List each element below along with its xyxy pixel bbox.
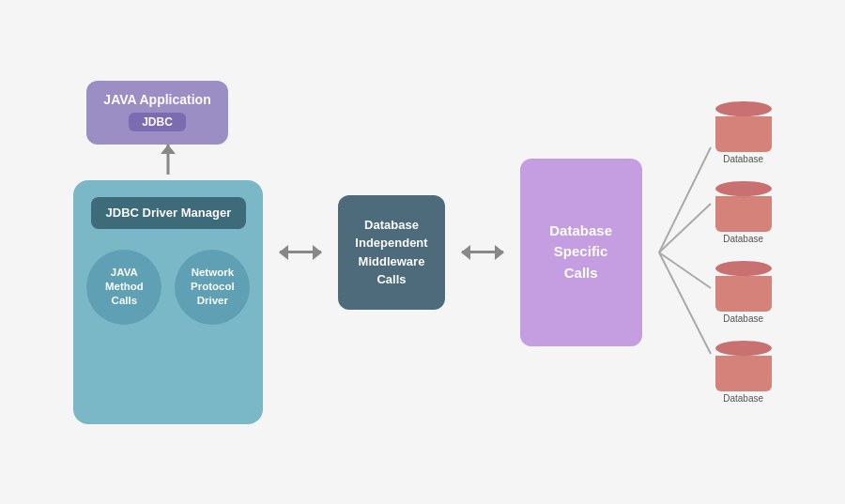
java-method-calls-circle: JAVA Method Calls [86,250,161,325]
circles-row: JAVA Method Calls Network Protocol Drive… [86,250,250,325]
java-app-box: JAVA Application JDBC [86,81,227,145]
database-1: Database [715,101,772,164]
left-double-arrow [280,251,321,253]
db-connect-lines [659,121,715,384]
databases-area: Database Database Database Database [715,101,772,404]
jdbc-manager-label: JDBC Driver Manager [91,197,247,229]
database-2: Database [715,181,772,244]
right-section: Database Database Database Database [659,101,772,404]
svg-line-2 [659,252,711,288]
db-specific-box: Database Specific Calls [520,159,642,346]
svg-line-0 [659,147,711,252]
jdbc-badge: JDBC [129,113,186,131]
database-3: Database [715,261,772,324]
diagram: JAVA Application JDBC JDBC Driver Manage… [54,62,790,443]
java-app-title: JAVA Application [103,92,210,107]
database-4: Database [715,341,772,404]
network-protocol-driver-circle: Network Protocol Driver [175,250,250,325]
java-app-positioner: JAVA Application JDBC [86,81,227,145]
jdbc-manager-box: JDBC Driver Manager JAVA Method Calls Ne… [73,180,263,424]
svg-line-3 [659,252,711,354]
right-double-arrow [462,251,503,253]
svg-line-1 [659,204,711,252]
middleware-box: Database Independent Middleware Calls [338,195,444,310]
left-block: JAVA Application JDBC JDBC Driver Manage… [73,81,263,424]
app-to-manager-arrow [154,145,182,180]
